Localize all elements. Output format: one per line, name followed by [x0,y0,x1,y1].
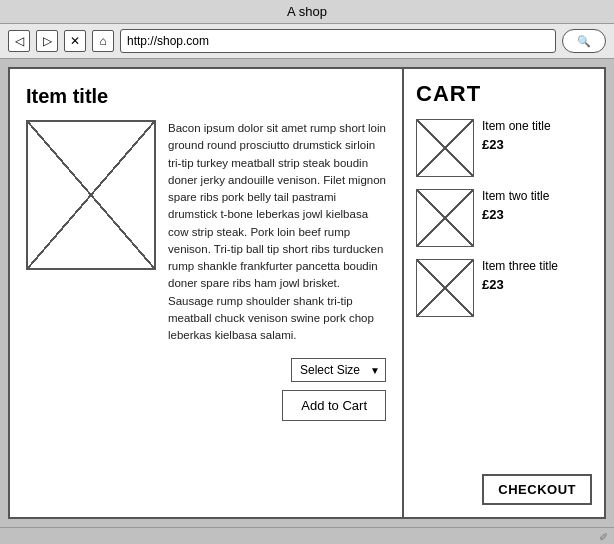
cart-item: Item three title £23 [416,259,592,317]
title-bar: A shop [0,0,614,24]
browser-chrome: ◁ ▷ ✕ ⌂ 🔍 [0,24,614,59]
cart-item-title: Item three title [482,259,558,273]
cart-title: CART [416,81,592,107]
product-image [26,120,156,270]
close-button[interactable]: ✕ [64,30,86,52]
cart-item-info: Item two title £23 [482,189,549,222]
forward-icon: ▷ [43,34,52,48]
cart-item-info: Item three title £23 [482,259,558,292]
product-panel: Item title Bacon ipsum dolor sit amet ru… [10,69,404,517]
status-indicator: ✐ [599,531,608,544]
bottom-bar: ✐ [0,527,614,544]
item-title: Item title [26,85,386,108]
cart-item-price: £23 [482,277,558,292]
search-button[interactable]: 🔍 [562,29,606,53]
close-icon: ✕ [70,34,80,48]
cart-panel: CART Item one title £23 Item two title £… [404,69,604,517]
cart-item: Item one title £23 [416,119,592,177]
forward-button[interactable]: ▷ [36,30,58,52]
page-title: A shop [287,4,327,19]
size-select[interactable]: Select Size XS S M L XL [291,358,386,382]
home-icon: ⌂ [99,34,106,48]
product-content: Bacon ipsum dolor sit amet rump short lo… [26,120,386,344]
cart-item-title: Item one title [482,119,551,133]
address-bar[interactable] [120,29,556,53]
product-actions: Select Size XS S M L XL ▼ Add to Cart [26,358,386,421]
add-to-cart-button[interactable]: Add to Cart [282,390,386,421]
home-button[interactable]: ⌂ [92,30,114,52]
cart-item-image [416,119,474,177]
size-select-wrapper: Select Size XS S M L XL ▼ [291,358,386,382]
checkout-button[interactable]: CHECKOUT [482,474,592,505]
back-button[interactable]: ◁ [8,30,30,52]
back-icon: ◁ [15,34,24,48]
cart-item-image [416,189,474,247]
cart-item-title: Item two title [482,189,549,203]
cart-item-image [416,259,474,317]
search-icon: 🔍 [577,35,591,48]
cart-item-info: Item one title £23 [482,119,551,152]
cart-item: Item two title £23 [416,189,592,247]
cart-spacer [416,329,592,474]
cart-item-price: £23 [482,207,549,222]
browser-body: Item title Bacon ipsum dolor sit amet ru… [8,67,606,519]
product-description: Bacon ipsum dolor sit amet rump short lo… [168,120,386,344]
cart-item-price: £23 [482,137,551,152]
